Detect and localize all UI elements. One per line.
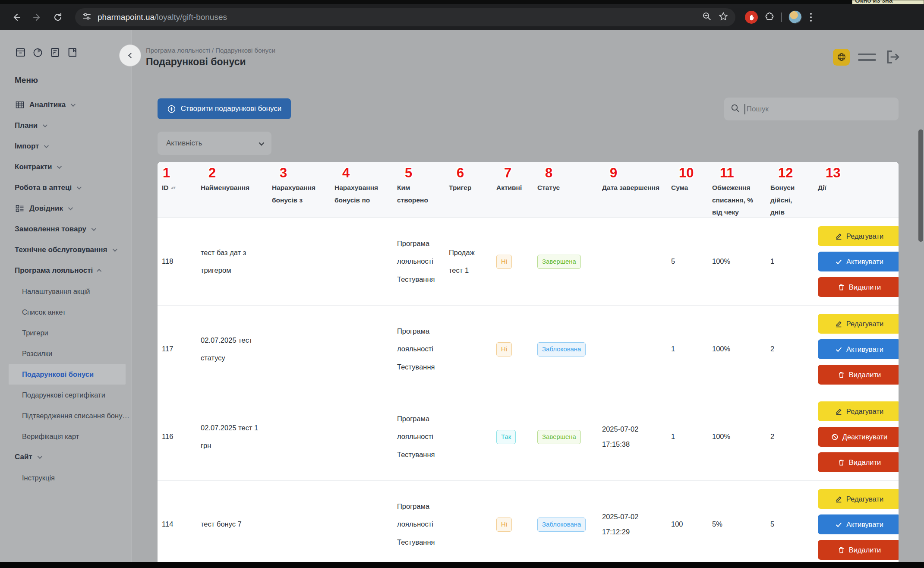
annotation-number: 2 (201, 164, 262, 182)
sidebar-item-pharmacy-work[interactable]: Робота в аптеці (0, 177, 132, 198)
sidebar-item-mailings[interactable]: Розсилки (0, 343, 132, 364)
bookmark-star-icon[interactable] (718, 11, 728, 23)
extensions-puzzle-icon[interactable] (764, 11, 775, 23)
reload-icon[interactable] (50, 10, 65, 25)
archive-icon[interactable] (15, 47, 26, 58)
forward-icon[interactable] (30, 10, 44, 25)
column-header-9: 9Дата завершення (598, 162, 667, 219)
delete-button[interactable]: Видалити (818, 540, 899, 560)
column-label: ID▴▾ (162, 182, 190, 194)
pie-chart-icon[interactable] (32, 47, 44, 58)
create-gift-bonuses-button[interactable]: Створити подарункові бонуси (158, 98, 291, 119)
annotation-number: 6 (449, 164, 486, 182)
cell-id: 117 (158, 340, 196, 358)
chevron-down-icon (112, 247, 117, 252)
sidebar: Меню АналітикаПланиІмпортКонтрактиРобота… (0, 30, 132, 562)
edit-button[interactable]: Редагувати (818, 401, 899, 421)
sidebar-item-import[interactable]: Імпорт (0, 136, 132, 157)
create-button-label: Створити подарункові бонуси (181, 104, 282, 113)
column-label: Нарахування бонусів по (334, 182, 387, 206)
delete-button[interactable]: Видалити (818, 365, 899, 385)
cell-sum: 1 (667, 428, 708, 445)
delete-button[interactable]: Видалити (818, 277, 899, 297)
column-header-6: 6Тригер (445, 162, 492, 219)
column-header-13: 13Дії (814, 162, 899, 219)
edit-icon (835, 233, 842, 240)
table-row: 11602.07.2025 тест 1 грнПрограма лояльно… (158, 393, 899, 481)
adblock-hand-icon[interactable] (745, 11, 758, 24)
sidebar-item-promo-settings[interactable]: Налаштування акцій (0, 281, 132, 302)
cell-id: 116 (158, 428, 196, 445)
sidebar-item-gift-bonuses[interactable]: Подарункові бонуси (9, 364, 126, 385)
deactivate-button[interactable]: Деактивувати (818, 427, 899, 447)
sidebar-item-contracts[interactable]: Контракти (0, 157, 132, 177)
search-input[interactable] (747, 105, 892, 114)
cell-created-by: Програма лояльності Тестування (393, 235, 445, 288)
sidebar-item-questionnaire-list[interactable]: Список анкет (0, 302, 132, 322)
button-label: Редагувати (846, 320, 883, 328)
sidebar-item-loyalty-program[interactable]: Програма лояльності (0, 260, 132, 281)
annotation-number: 4 (334, 164, 387, 182)
sidebar-item-label: Список анкет (22, 308, 66, 316)
sidebar-item-writeoff-confirmation[interactable]: Підтвердження списання бону… (0, 405, 132, 426)
page-scrollbar-thumb[interactable] (918, 129, 923, 242)
sidebar-item-label: Контракти (15, 163, 52, 171)
sidebar-item-gift-certificates[interactable]: Подарункові сертифікати (0, 385, 132, 405)
sidebar-collapse-button[interactable] (119, 44, 141, 66)
cell-status: Заблокована (533, 515, 598, 533)
activate-icon (835, 258, 842, 265)
cell-sum: 1 (667, 340, 708, 358)
back-icon[interactable] (9, 10, 24, 25)
language-globe-button[interactable] (833, 49, 850, 66)
delete-button[interactable]: Видалити (818, 452, 899, 472)
sidebar-item-site[interactable]: Сайт (0, 447, 132, 467)
activate-button[interactable]: Активувати (818, 514, 899, 534)
cell-status: Завершена (533, 428, 598, 445)
column-header-12: 12Бонуси дійсні, днів (766, 162, 814, 219)
table-header-row: 1ID▴▾2Найменування3Нарахування бонусів з… (158, 162, 899, 218)
site-info-icon[interactable] (82, 12, 91, 23)
text-cursor (744, 104, 745, 114)
search-icon (730, 103, 740, 115)
profile-avatar[interactable] (788, 10, 802, 24)
browser-tab-strip (0, 0, 924, 4)
sidebar-item-triggers[interactable]: Тригери (0, 322, 132, 343)
cell-id: 118 (158, 252, 196, 270)
edit-button[interactable]: Редагувати (818, 489, 899, 509)
sidebar-item-label: Робота в аптеці (15, 183, 72, 192)
status-badge: Завершена (537, 255, 581, 269)
browser-toolbar: pharmapoint.ua/loyalty/gift-bonuses (0, 4, 924, 30)
annotation-number: 9 (602, 164, 661, 182)
zoom-icon[interactable] (702, 11, 712, 23)
activity-filter-dropdown[interactable]: Активність (158, 132, 271, 155)
activate-button[interactable]: Активувати (818, 339, 899, 359)
clipped-tooltip: Окно из зна (852, 0, 924, 4)
button-label: Активувати (846, 345, 883, 353)
table-body: 118тест баз дат з тригеромПрограма лояль… (158, 218, 899, 562)
sidebar-item-directory[interactable]: Довідник (0, 198, 132, 219)
cell-sum: 5 (667, 252, 708, 270)
sidebar-item-goods-order[interactable]: Замовлення товару (0, 219, 132, 240)
edit-icon (835, 495, 842, 503)
edit-button[interactable]: Редагувати (818, 226, 899, 246)
document-icon[interactable] (49, 47, 61, 58)
edit-button[interactable]: Редагувати (818, 314, 899, 334)
sort-icon[interactable]: ▴▾ (171, 186, 176, 189)
sidebar-item-maintenance[interactable]: Технічне обслуговування (0, 240, 132, 260)
sidebar-item-plans[interactable]: Плани (0, 115, 132, 136)
sidebar-item-label: Подарункові сертифікати (22, 391, 105, 399)
sidebar-item-card-verification[interactable]: Верифікація карт (0, 426, 132, 447)
sidebar-item-instruction[interactable]: Інструкція (0, 467, 132, 488)
search-box[interactable] (724, 98, 899, 120)
sidebar-item-label: Аналітика (29, 101, 66, 109)
menu-toggle-icon[interactable] (858, 49, 876, 66)
activate-button[interactable]: Активувати (818, 252, 899, 271)
edit-icon (835, 408, 842, 415)
browser-menu-icon[interactable] (808, 11, 814, 23)
sidebar-item-label: Інструкція (22, 474, 55, 482)
book-icon[interactable] (66, 47, 78, 58)
sidebar-item-analytics[interactable]: Аналітика (0, 95, 132, 115)
logout-icon[interactable] (884, 48, 902, 66)
annotation-number: 10 (671, 164, 702, 182)
address-bar[interactable]: pharmapoint.ua/loyalty/gift-bonuses (75, 8, 735, 26)
